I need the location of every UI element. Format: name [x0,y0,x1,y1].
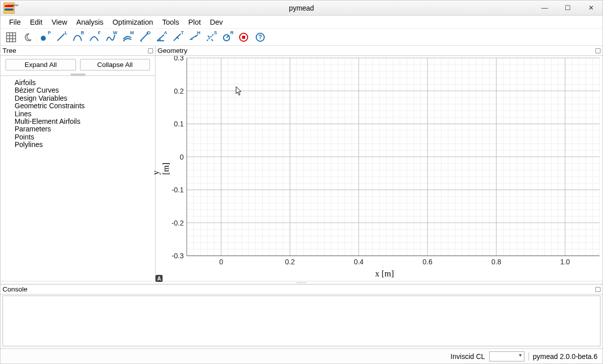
tree-item-design-variables[interactable]: Design Variables [15,95,148,102]
tree-item-bezier-curves[interactable]: Bézier Curves [15,87,148,94]
svg-text:?: ? [258,34,262,41]
x-axis-label: x [m] [167,269,602,281]
console-dock-title: Console [3,285,28,293]
geometry-dock-title: Geometry [158,47,187,54]
console-dock-header[interactable]: Console [1,284,602,295]
symmetry-constraint-button[interactable]: S [203,31,218,44]
window-titlebar: pymead pymead — ☐ ✕ [1,1,602,16]
status-bar: Inviscid CL pymead 2.0.0-beta.6 [1,348,602,363]
collapse-all-button[interactable]: Collapse All [80,59,150,70]
angle-constraint-button[interactable]: A [153,31,168,44]
console-dock-float-button[interactable] [595,287,600,292]
analysis-mode-label: Inviscid CL [450,352,485,360]
svg-text:0.1: 0.1 [174,120,184,128]
version-label: pymead 2.0.0-beta.6 [533,352,597,360]
menu-edit[interactable]: Edit [25,17,47,27]
console-dock: Console [1,284,602,348]
menu-bar: File Edit View Analysis Optimization Too… [1,16,602,29]
menu-file[interactable]: File [5,17,25,27]
tree-dock-header[interactable]: Tree [1,46,155,56]
tree-item-parameters[interactable]: Parameters [15,125,148,133]
grid-toggle-button[interactable] [4,31,19,44]
tree-item-polylines[interactable]: Polylines [15,141,148,149]
svg-text:0.3: 0.3 [174,56,184,62]
bezier-tool-button[interactable]: B [70,31,85,44]
tree-item-multi-element-airfoils[interactable]: Multi-Element Airfoils [15,118,148,125]
web-tool-button[interactable]: W [103,31,118,44]
analysis-mode-select[interactable] [489,351,524,361]
line-tool-button[interactable]: L [53,31,68,44]
geometry-dock-float-button[interactable] [595,48,600,53]
svg-text:0.6: 0.6 [423,258,433,266]
svg-text:1.0: 1.0 [560,258,570,266]
menu-optimization[interactable]: Optimization [108,17,158,27]
window-maximize-button[interactable]: ☐ [556,1,579,16]
svg-text:0: 0 [219,258,223,266]
svg-text:-0.2: -0.2 [172,219,184,227]
toolbar: P L B F W M D A T H S R ? [1,29,602,46]
theme-toggle-button[interactable] [20,31,35,44]
horizontal-constraint-button[interactable]: H [186,31,201,44]
svg-text:0.8: 0.8 [491,258,501,266]
plot-canvas[interactable]: 00.20.40.60.81.0-0.3-0.2-0.100.10.20.3 [167,56,602,269]
antialias-badge[interactable]: A [156,275,163,282]
svg-text:-0.3: -0.3 [172,252,184,260]
status-separator [529,352,529,360]
svg-text:-0.1: -0.1 [172,186,184,194]
svg-text:0.2: 0.2 [174,87,184,95]
window-close-button[interactable]: ✕ [579,1,602,16]
svg-rect-4 [242,36,245,39]
tree-item-airfoils[interactable]: Airfoils [15,79,148,87]
tree-dock: Tree Expand All Collapse All Airfoils Bé… [1,46,156,281]
radius-constraint-button[interactable]: R [219,31,235,44]
window-title: pymead [289,4,314,12]
point-tool-button[interactable]: P [37,31,52,44]
tree-item-lines[interactable]: Lines [15,110,148,118]
tree-item-points[interactable]: Points [15,133,148,141]
menu-dev[interactable]: Dev [205,17,228,27]
window-minimize-button[interactable]: — [533,1,556,16]
geometry-dock: Geometry A y [m] 00.20.40.60.81.0-0.3-0.… [156,46,602,281]
tree-dock-float-button[interactable] [148,48,153,53]
console-text-area[interactable] [3,296,600,346]
stop-button[interactable] [236,31,251,44]
svg-point-1 [41,36,46,41]
tree-dock-title: Tree [3,47,16,54]
svg-text:0: 0 [180,153,184,161]
svg-text:0.4: 0.4 [354,258,364,266]
menu-tools[interactable]: Tools [158,17,184,27]
tree-view[interactable]: Airfoils Bézier Curves Design Variables … [1,76,155,281]
geometry-dock-header[interactable]: Geometry [156,46,602,56]
y-axis-label: y [m] [156,56,167,281]
app-icon: pymead [4,3,15,14]
distance-constraint-button[interactable]: D [136,31,152,44]
tree-item-geometric-constraints[interactable]: Geometric Constraints [15,102,148,110]
help-button[interactable]: ? [253,31,268,44]
menu-view[interactable]: View [47,17,71,27]
ferguson-tool-button[interactable]: F [87,31,102,44]
menu-plot[interactable]: Plot [184,17,205,27]
expand-all-button[interactable]: Expand All [6,59,76,70]
menu-analysis[interactable]: Analysis [72,17,108,27]
svg-text:0.2: 0.2 [285,258,295,266]
svg-rect-0 [7,33,16,42]
mea-tool-button[interactable]: M [120,31,135,44]
tangent-constraint-button[interactable]: T [170,31,185,44]
